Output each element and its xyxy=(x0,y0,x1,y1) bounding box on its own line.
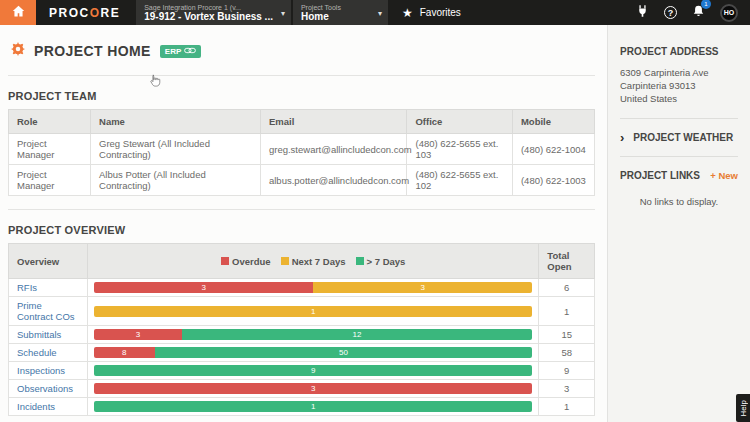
column-header: Name xyxy=(91,110,261,134)
bar-segment-later7: 1 xyxy=(94,401,532,412)
stacked-bar: 33 xyxy=(94,282,532,293)
new-link-button[interactable]: + New xyxy=(710,170,738,181)
stacked-bar: 850 xyxy=(94,347,532,358)
bar-segment-next7: 1 xyxy=(94,306,532,317)
overview-total-cell: 9 xyxy=(539,362,595,380)
legend-item: Overdue xyxy=(221,256,271,267)
overview-bar-cell: 33 xyxy=(88,279,539,297)
address-line: United States xyxy=(620,92,738,105)
integrations-button[interactable] xyxy=(636,4,649,22)
main-content: PROJECT HOME ERP PROJECT TEAM RoleNameEm… xyxy=(0,25,608,422)
column-header: Role xyxy=(9,110,91,134)
table-row: Project ManagerGreg Stewart (All Include… xyxy=(9,134,595,165)
overview-bar-cell: 9 xyxy=(88,362,539,380)
question-mark-icon: ? xyxy=(664,6,677,19)
legend-swatch xyxy=(221,257,229,265)
overview-bar-cell: 1 xyxy=(88,297,539,326)
favorites-button[interactable]: ★ Favorites xyxy=(390,0,473,25)
bar-segment-overdue: 3 xyxy=(94,329,182,340)
stacked-bar: 1 xyxy=(94,401,532,412)
home-icon xyxy=(12,4,25,22)
star-icon: ★ xyxy=(402,6,413,20)
help-button[interactable]: ? xyxy=(664,6,677,19)
notifications-button[interactable]: 1 xyxy=(692,4,705,22)
home-button[interactable] xyxy=(0,0,36,25)
table-row: Incidents11 xyxy=(9,398,595,416)
project-selector-dropdown[interactable]: Sage Integration Procore 1 (v... 19-912 … xyxy=(136,0,291,25)
project-selector-value: 19-912 - Vortex Business ... xyxy=(144,11,273,22)
no-links-message: No links to display. xyxy=(620,196,738,207)
table-row: RFIs336 xyxy=(9,279,595,297)
address-line: Carpinteria 93013 xyxy=(620,79,738,92)
table-cell: (480) 622-5655 ext. 103 xyxy=(407,134,512,165)
stacked-bar: 1 xyxy=(94,306,532,317)
legend-swatch xyxy=(356,257,364,265)
overview-total-cell: 58 xyxy=(539,344,595,362)
project-overview-heading: PROJECT OVERVIEW xyxy=(8,224,595,236)
link-icon xyxy=(184,47,196,56)
table-cell: Project Manager xyxy=(9,134,91,165)
overview-bar-cell: 3 xyxy=(88,380,539,398)
column-header: Email xyxy=(260,110,407,134)
table-cell: (480) 622-1004 xyxy=(512,134,594,165)
project-overview-header-row: Overview OverdueNext 7 Days> 7 Days Tota… xyxy=(9,244,595,279)
overview-row-link[interactable]: Inspections xyxy=(17,365,65,376)
project-weather-heading: PROJECT WEATHER xyxy=(633,132,733,143)
table-row: Inspections99 xyxy=(9,362,595,380)
procore-logo[interactable]: PROCORE xyxy=(36,0,136,25)
gear-icon[interactable] xyxy=(11,42,25,60)
project-address: 6309 Carpinteria AveCarpinteria 93013Uni… xyxy=(620,66,738,105)
table-cell: greg.stewart@allincludedcon.com xyxy=(260,134,407,165)
divider xyxy=(8,75,595,76)
overview-column-header: Overview xyxy=(9,244,88,279)
bar-segment-overdue: 3 xyxy=(94,383,532,394)
logo-text: PROC xyxy=(49,6,90,20)
table-cell: Albus Potter (All Included Contracting) xyxy=(91,165,261,196)
overview-total-cell: 15 xyxy=(539,326,595,344)
overview-total-cell: 3 xyxy=(539,380,595,398)
project-team-heading: PROJECT TEAM xyxy=(8,90,595,102)
table-row: Prime Contract COs11 xyxy=(9,297,595,326)
table-row: Submittals31215 xyxy=(9,326,595,344)
overview-row-link[interactable]: Observations xyxy=(17,383,73,394)
user-avatar[interactable]: HO xyxy=(720,4,738,22)
right-sidebar: PROJECT ADDRESS 6309 Carpinteria AveCarp… xyxy=(607,25,750,422)
project-weather-toggle[interactable]: › PROJECT WEATHER xyxy=(620,132,738,143)
chevron-right-icon: › xyxy=(620,133,624,143)
project-selector-label: Sage Integration Procore 1 (v... xyxy=(144,4,273,11)
overview-row-link[interactable]: Prime Contract COs xyxy=(17,300,75,322)
erp-sync-badge[interactable]: ERP xyxy=(160,45,201,58)
bar-segment-overdue: 8 xyxy=(94,347,154,358)
table-cell: Project Manager xyxy=(9,165,91,196)
table-cell: (480) 622-1003 xyxy=(512,165,594,196)
overview-row-link[interactable]: Schedule xyxy=(17,347,57,358)
legend-label: Overdue xyxy=(232,256,271,267)
legend-item: > 7 Days xyxy=(356,256,406,267)
overview-total-cell: 6 xyxy=(539,279,595,297)
overview-row-label-cell: Submittals xyxy=(9,326,88,344)
tool-selector-label: Project Tools xyxy=(301,4,370,11)
bar-segment-later7: 9 xyxy=(94,365,532,376)
help-tab-label: Help xyxy=(739,400,748,416)
logo-text-2: RE xyxy=(101,6,121,20)
overview-row-label-cell: Inspections xyxy=(9,362,88,380)
divider xyxy=(8,209,595,210)
help-tab[interactable]: Help xyxy=(736,394,750,422)
table-row: Schedule85058 xyxy=(9,344,595,362)
tool-selector-dropdown[interactable]: Project Tools Home ▾ xyxy=(293,0,388,25)
project-overview-table: Overview OverdueNext 7 Days> 7 Days Tota… xyxy=(8,243,595,416)
overview-row-link[interactable]: Submittals xyxy=(17,329,61,340)
overview-row-link[interactable]: RFIs xyxy=(17,282,37,293)
table-cell: Greg Stewart (All Included Contracting) xyxy=(91,134,261,165)
overview-total-cell: 1 xyxy=(539,297,595,326)
overview-row-link[interactable]: Incidents xyxy=(17,401,55,412)
legend-item: Next 7 Days xyxy=(281,256,346,267)
topbar-right-icons: ? 1 HO xyxy=(636,0,750,25)
overview-bar-cell: 850 xyxy=(88,344,539,362)
overview-legend: OverdueNext 7 Days> 7 Days xyxy=(96,256,530,267)
stacked-bar: 312 xyxy=(94,329,532,340)
overview-legend-header: OverdueNext 7 Days> 7 Days xyxy=(88,244,539,279)
favorites-label: Favorites xyxy=(420,7,461,18)
table-row: Observations33 xyxy=(9,380,595,398)
legend-label: > 7 Days xyxy=(367,256,406,267)
